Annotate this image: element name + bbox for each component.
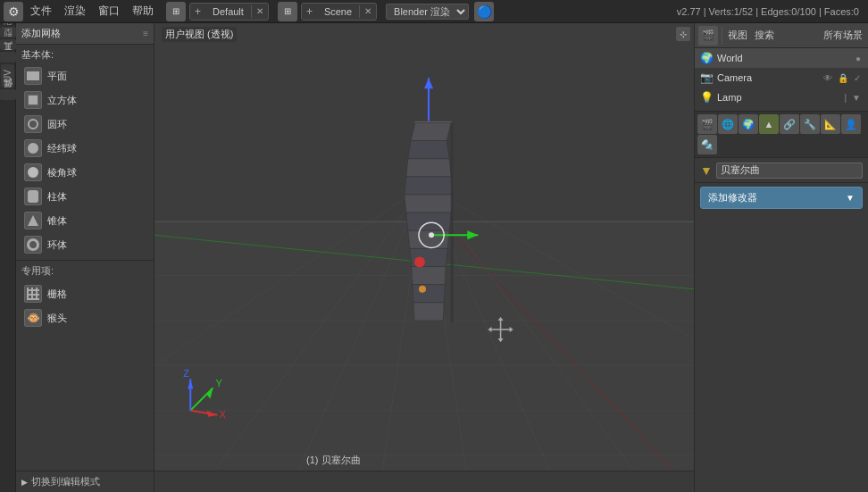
sidebar-handle[interactable]: ≡ <box>143 29 148 38</box>
circle-icon <box>24 115 42 133</box>
svg-marker-22 <box>405 195 453 213</box>
vtab-brush[interactable]: 刷 <box>0 27 16 38</box>
scene-item-lamp[interactable]: 💡 Lamp | ▼ <box>695 88 868 107</box>
all-scenes-label[interactable]: 所有场景 <box>822 29 864 42</box>
lamp-action-2[interactable]: ▼ <box>850 92 863 104</box>
plane-icon <box>24 67 42 85</box>
cone-label: 锥体 <box>47 214 67 228</box>
sidebar-item-cube[interactable]: 立方体 <box>19 88 151 112</box>
props-tab-modifiers[interactable]: 🔧 <box>800 114 820 134</box>
menu-file[interactable]: 文件 <box>25 2 57 21</box>
menu-render[interactable]: 渲染 <box>59 2 91 21</box>
viewport-title: 用户视图 (透视) <box>162 27 237 42</box>
scene-item-world[interactable]: 🌍 World ● <box>695 48 868 68</box>
sidebar-item-cone[interactable]: 锥体 <box>19 209 151 232</box>
sidebar-item-torus[interactable]: 环体 <box>19 233 151 256</box>
tab-scene[interactable]: Scene <box>317 5 360 18</box>
grid-label: 栅格 <box>47 288 67 301</box>
vtab-tools[interactable]: 工具 <box>0 52 16 63</box>
version-info: v2.77 | Verts:1/52 | Edges:0/100 | Faces… <box>677 6 864 17</box>
section-special-title: 专用项: <box>16 260 154 281</box>
props-name-input[interactable] <box>716 163 863 179</box>
modifier-btn-label: 添加修改器 <box>708 191 757 204</box>
svg-marker-28 <box>413 303 444 321</box>
svg-point-37 <box>429 232 434 238</box>
cylinder-label: 柱体 <box>47 190 67 204</box>
tab-default[interactable]: Default <box>205 5 252 18</box>
screen-icon-1[interactable]: ⊞ <box>166 2 186 21</box>
props-tab-constraints[interactable]: 🔗 <box>780 114 799 134</box>
sidebar-item-plane[interactable]: 平面 <box>19 64 151 88</box>
vtab-props[interactable]: 属性 <box>0 89 16 100</box>
camera-action-2[interactable]: 🔒 <box>836 72 850 84</box>
uvsphere-icon <box>24 139 42 157</box>
camera-action-3[interactable]: ✓ <box>852 72 863 84</box>
blender-sphere-icon[interactable]: 🔵 <box>474 2 494 21</box>
cube-icon <box>24 91 42 109</box>
torus-label: 环体 <box>47 238 67 252</box>
tab-close-2[interactable]: ✕ <box>360 5 376 17</box>
sidebar-item-icosphere[interactable]: 棱角球 <box>19 161 151 184</box>
sidebar-item-cylinder[interactable]: 柱体 <box>19 185 151 208</box>
props-object-header: ▼ <box>695 158 868 183</box>
props-tab-data[interactable]: 📐 <box>821 114 840 134</box>
engine-selector[interactable]: Blender 渲染 Cycles 渲染 <box>386 4 469 20</box>
props-tab-world[interactable]: 🌍 <box>739 114 758 134</box>
camera-action-1[interactable]: 👁 <box>822 72 834 84</box>
scene-btn[interactable]: 🎬 <box>698 26 718 46</box>
add-modifier-button[interactable]: 添加修改器 ▼ <box>700 187 863 209</box>
viewport-grid: Y X Z <box>154 23 694 492</box>
viewport-3d[interactable]: Y X Z 用户视图 (透视) ⊹ (1) 贝塞尔曲 <box>154 23 694 492</box>
blender-icon[interactable]: ⚙ <box>4 2 23 21</box>
modifier-btn-arrow: ▼ <box>846 193 855 203</box>
tab-add-2[interactable]: + <box>302 4 317 19</box>
grid-icon <box>24 285 42 303</box>
svg-text:X: X <box>219 409 226 420</box>
scene-item-camera[interactable]: 📷 Camera 👁 🔒 ✓ <box>695 68 868 88</box>
monkey-icon: 🐵 <box>24 309 42 327</box>
viewport-bottom-bar <box>154 471 694 492</box>
world-action-btn[interactable]: ● <box>854 53 863 64</box>
props-tabs: 🎬 🌐 🌍 ▲ 🔗 🔧 📐 👤 🔩 <box>695 112 868 158</box>
menu-help[interactable]: 帮助 <box>127 2 159 21</box>
main-content: 刷 型 工具 UV 属性 添加网格 ≡ 基本体: 平面 立方体 圆环 <box>0 23 868 492</box>
object-label: (1) 贝塞尔曲 <box>306 454 361 467</box>
tab-close-1[interactable]: ✕ <box>252 5 268 17</box>
props-tab-particles[interactable]: 🔩 <box>697 135 717 154</box>
tab-group-scene: + Scene ✕ <box>301 3 377 21</box>
svg-marker-29 <box>413 121 453 122</box>
search-label[interactable]: 搜索 <box>751 29 778 42</box>
world-actions: ● <box>854 53 863 64</box>
svg-text:Y: Y <box>215 378 222 388</box>
edit-mode-toggle[interactable]: 切换到编辑模式 <box>16 471 154 492</box>
svg-point-38 <box>419 286 426 293</box>
svg-point-35 <box>414 256 425 267</box>
sidebar-item-uvsphere[interactable]: 经纬球 <box>19 137 151 160</box>
plane-label: 平面 <box>47 70 67 83</box>
sidebar-header: 添加网格 ≡ <box>16 23 154 45</box>
sidebar-item-monkey[interactable]: 🐵 猴头 <box>19 306 151 329</box>
svg-marker-18 <box>411 123 451 141</box>
icosphere-icon <box>24 163 42 181</box>
torus-icon <box>24 236 42 254</box>
screen-icon-2[interactable]: ⊞ <box>278 2 297 21</box>
svg-text:Z: Z <box>183 368 189 379</box>
vtab-shape[interactable]: 型 <box>0 39 16 50</box>
menu-window[interactable]: 窗口 <box>93 2 125 21</box>
props-tab-scene[interactable]: 🌐 <box>718 114 738 134</box>
svg-marker-26 <box>412 267 446 285</box>
svg-marker-20 <box>406 159 451 177</box>
sidebar-item-grid[interactable]: 栅格 <box>19 282 151 305</box>
tab-group-default: + Default ✕ <box>189 3 269 21</box>
tab-add-1[interactable]: + <box>190 4 205 19</box>
props-tab-material[interactable]: 👤 <box>841 114 861 134</box>
camera-label: Camera <box>717 72 818 83</box>
vtab-uv[interactable]: UV <box>1 64 14 88</box>
props-object-icon: ▼ <box>700 163 713 178</box>
cube-label: 立方体 <box>47 94 77 107</box>
props-tab-render[interactable]: 🎬 <box>697 114 717 134</box>
lamp-action-1[interactable]: | <box>842 92 848 104</box>
props-tab-object[interactable]: ▲ <box>759 114 779 134</box>
camera-icon: 📷 <box>700 71 714 84</box>
sidebar-item-circle[interactable]: 圆环 <box>19 113 151 136</box>
